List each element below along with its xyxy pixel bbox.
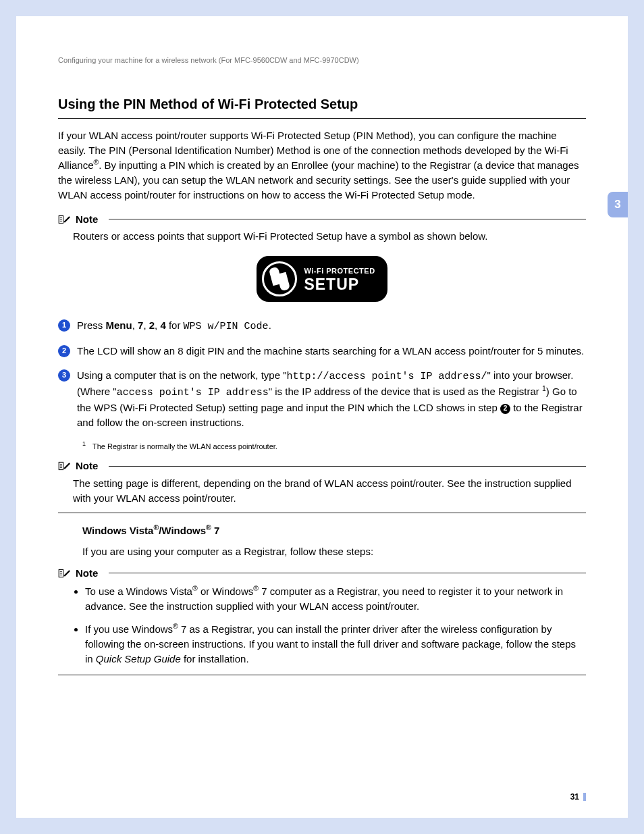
wps-logo: Wi-Fi PROTECTED SETUP: [257, 256, 387, 302]
os-subhead: Windows Vista®/Windows® 7: [82, 523, 586, 538]
note-heading-1: Note: [58, 212, 586, 227]
reg: ®: [192, 584, 198, 592]
guide-name: Quick Setup Guide: [96, 653, 181, 664]
t: ,: [132, 319, 138, 331]
reg: ®: [206, 523, 211, 531]
t: To use a Windows Vista: [85, 585, 192, 597]
step-bullet-1: 1: [58, 319, 70, 332]
page-container: Configuring your machine for a wireless …: [16, 16, 628, 818]
note-heading-2: Note: [58, 459, 586, 473]
step-ref-2-icon: 2: [500, 404, 510, 414]
t: Using a computer that is on the network,…: [77, 369, 286, 381]
note-heading-3: Note: [58, 566, 586, 581]
t: Press: [77, 319, 106, 331]
t: /Windows: [159, 525, 206, 536]
t: .: [269, 319, 271, 331]
wps-logo-text: Wi-Fi PROTECTED SETUP: [304, 266, 375, 292]
step-3: 3 Using a computer that is on the networ…: [58, 368, 586, 430]
list-item: To use a Windows Vista® or Windows® 7 co…: [85, 583, 586, 614]
t: for installation.: [181, 653, 249, 664]
separator: [58, 675, 586, 675]
note-icon: [58, 461, 72, 471]
note-label: Note: [76, 459, 98, 473]
note-label: Note: [76, 566, 98, 581]
footnote-text: The Registrar is normally the WLAN acces…: [92, 442, 277, 450]
list-item: If you use Windows® 7 as a Registrar, yo…: [85, 621, 586, 666]
sub-body: If you are using your computer as a Regi…: [82, 544, 586, 559]
note-label: Note: [76, 212, 98, 227]
note-3-list: To use a Windows Vista® or Windows® 7 co…: [73, 583, 586, 667]
code-wps-pin: WPS w/PIN Code: [184, 321, 269, 332]
intro-part-b: . By inputting a PIN which is created by…: [58, 159, 579, 201]
note-2-body: The setting page is different, depending…: [73, 476, 586, 506]
code-url: http://access point's IP address/: [286, 371, 487, 382]
step-2-content: The LCD will show an 8 digit PIN and the…: [77, 344, 586, 359]
page-number: 31: [570, 791, 586, 803]
section-title: Using the PIN Method of Wi-Fi Protected …: [58, 95, 586, 114]
chapter-tab: 3: [608, 192, 628, 217]
note-rule: [109, 573, 586, 573]
separator: [58, 513, 586, 513]
title-rule: [58, 118, 586, 119]
code-ip: access point's IP address: [117, 387, 269, 398]
step-3-content: Using a computer that is on the network,…: [77, 368, 586, 430]
step-1: 1 Press Menu, 7, 2, 4 for WPS w/PIN Code…: [58, 318, 586, 334]
footnote-num: 1: [82, 440, 86, 447]
step-bullet-3: 3: [58, 369, 70, 382]
step-1-content: Press Menu, 7, 2, 4 for WPS w/PIN Code.: [77, 318, 586, 334]
t: or Windows: [198, 585, 254, 597]
t: If you use Windows: [85, 623, 173, 635]
key-4: 4: [160, 319, 165, 331]
key-2: 2: [149, 319, 155, 331]
t: for: [166, 319, 184, 331]
t: Windows Vista: [82, 525, 153, 536]
reg: ®: [253, 584, 259, 592]
step-bullet-2: 2: [58, 345, 70, 357]
note-icon: [58, 568, 72, 579]
t: " is the IP address of the device that i…: [269, 386, 542, 397]
note-rule: [109, 219, 586, 219]
note-icon: [58, 214, 72, 225]
t: 7: [211, 525, 220, 536]
wps-logo-wrap: Wi-Fi PROTECTED SETUP: [58, 256, 586, 302]
menu-key: Menu: [106, 319, 132, 331]
breadcrumb: Configuring your machine for a wireless …: [58, 55, 586, 66]
reg: ®: [173, 622, 178, 630]
footnote-1: 1The Registrar is normally the WLAN acce…: [82, 440, 586, 452]
step-2: 2 The LCD will show an 8 digit PIN and t…: [58, 344, 586, 359]
t: ,: [143, 319, 149, 331]
note-1-body: Routers or access points that support Wi…: [73, 229, 586, 244]
note-rule: [109, 466, 586, 467]
wps-line2: SETUP: [304, 277, 375, 292]
wps-arrows-icon: [262, 261, 297, 296]
intro-paragraph: If your WLAN access point/router support…: [58, 128, 586, 203]
